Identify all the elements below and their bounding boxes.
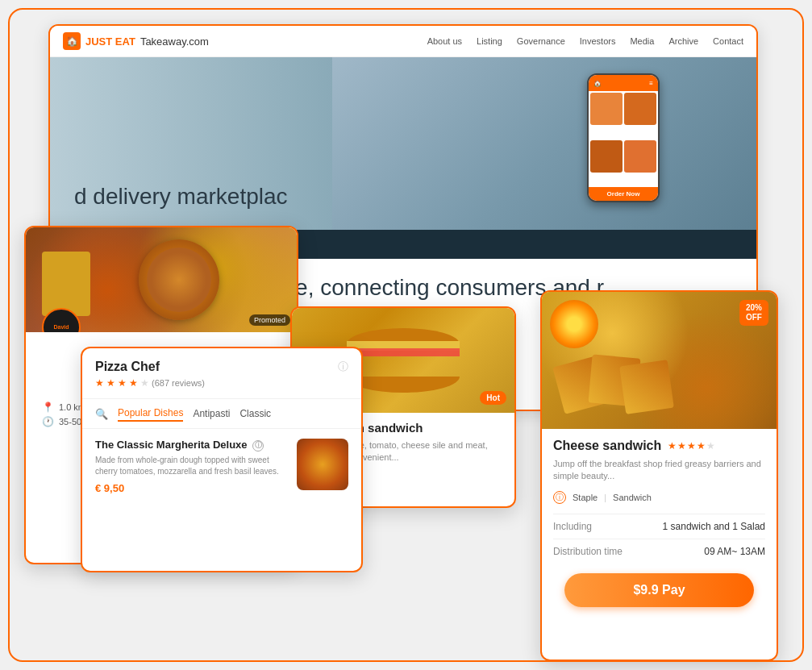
- pay-button[interactable]: $9.9 Pay: [564, 573, 754, 607]
- pizza-chef-header: Pizza Chef ⓘ ★ ★ ★ ★ ★ (687 reviews): [82, 348, 361, 399]
- hot-badge: Hot: [480, 391, 506, 405]
- discount-percent: 20%: [746, 303, 762, 313]
- orange-slice: [550, 300, 598, 348]
- phone-top-bar: 🏠 ≡: [589, 75, 658, 91]
- cheese-stars: ★ ★ ★ ★ ★: [668, 440, 715, 452]
- chef-star-2: ★: [106, 377, 115, 389]
- detail-row-including: Including 1 sandwich and 1 Salad: [553, 514, 765, 539]
- pizza-chef-name: Pizza Chef: [95, 360, 160, 374]
- nav-media[interactable]: Media: [630, 36, 654, 46]
- phone-order-button[interactable]: Order Now: [589, 187, 658, 201]
- nav-about[interactable]: About us: [427, 36, 462, 46]
- tab-popular[interactable]: Popular Dishes: [118, 406, 183, 422]
- cheese-star-3: ★: [687, 440, 696, 452]
- reviews-count: (687 reviews): [152, 378, 205, 388]
- nav-governance[interactable]: Governance: [517, 36, 565, 46]
- discount-badge: 20% OFF: [739, 300, 768, 326]
- tab-classic[interactable]: Classic: [239, 406, 271, 421]
- hero-tagline: d delivery marketplac: [74, 183, 288, 210]
- cheese-info: Cheese sandwich ★ ★ ★ ★ ★ Jump off the b…: [542, 429, 777, 626]
- cheese-star-4: ★: [697, 440, 706, 452]
- cheese-name: Cheese sandwich: [553, 439, 661, 453]
- tag-divider: |: [604, 493, 606, 502]
- menu-item-name: The Classic Margherita Deluxe ⓘ: [95, 439, 287, 452]
- card-cheese-sandwich: 20% OFF Cheese sandwich ★ ★ ★ ★ ★ Jump o…: [540, 290, 778, 661]
- distribution-label: Distribution time: [553, 546, 623, 557]
- cheese-star-1: ★: [668, 440, 677, 452]
- phone-food-item-3: [590, 140, 623, 173]
- pizza-chef-stars: ★ ★ ★ ★ ★ (687 reviews): [95, 377, 348, 389]
- filling-2: [347, 348, 460, 356]
- nav-listing[interactable]: Listing: [477, 36, 502, 46]
- pizza-circle: [139, 239, 219, 320]
- restaurant-hero: Promoted David: [26, 227, 297, 332]
- pizza-chef-title-row: Pizza Chef ⓘ: [95, 360, 348, 374]
- browser-header: 🏠 JUST EAT Takeaway.com About us Listing…: [50, 26, 756, 57]
- menu-item-info: The Classic Margherita Deluxe ⓘ Made fro…: [95, 439, 287, 494]
- tab-antipasti[interactable]: Antipasti: [193, 406, 230, 421]
- bread-bottom: [347, 377, 460, 393]
- phone-food-grid: [589, 91, 658, 187]
- cheese-sandwich-visual: [558, 356, 671, 421]
- cheese-image: 20% OFF: [542, 292, 777, 429]
- chef-star-3: ★: [118, 377, 127, 389]
- tag-staple: Staple: [573, 493, 598, 502]
- cheese-star-2: ★: [677, 440, 686, 452]
- cheese-star-5: ★: [706, 440, 715, 452]
- menu-item-row: The Classic Margherita Deluxe ⓘ Made fro…: [82, 429, 361, 504]
- menu-info-icon: ⓘ: [252, 440, 264, 452]
- brand-logo: 🏠 JUST EAT Takeaway.com: [63, 32, 209, 50]
- chef-star-4: ★: [129, 377, 138, 389]
- distribution-value: 09 AM~ 13AM: [704, 546, 765, 557]
- category-tags: ⓘ Staple | Sandwich: [553, 491, 765, 504]
- including-value: 1 sandwich and 1 Salad: [663, 521, 765, 532]
- nav-archive[interactable]: Archive: [668, 36, 698, 46]
- promoted-badge: Promoted: [249, 314, 290, 326]
- phone-screen: 🏠 ≡ Order Now: [589, 75, 658, 201]
- nav-links: About us Listing Governance Investors Me…: [427, 36, 743, 46]
- card-pizza-chef: Pizza Chef ⓘ ★ ★ ★ ★ ★ (687 reviews) 🔍 P…: [81, 347, 363, 572]
- including-label: Including: [553, 521, 592, 532]
- menu-item-price: € 9,50: [95, 482, 287, 494]
- tag-sandwich: Sandwich: [613, 493, 652, 502]
- fries-shape: [42, 252, 90, 316]
- phone-food-item-1: [590, 93, 623, 125]
- brand-name: JUST EAT: [85, 35, 135, 48]
- chef-star-5: ★: [140, 377, 149, 389]
- category-info-icon: ⓘ: [553, 491, 566, 504]
- phone-food-item-4: [624, 140, 656, 173]
- brand-suffix: Takeaway.com: [140, 35, 209, 48]
- clock-icon: 🕐: [42, 416, 54, 427]
- nav-investors[interactable]: Investors: [580, 36, 616, 46]
- location-icon: 📍: [42, 402, 54, 413]
- phone-mockup: 🏠 ≡ Order Now: [587, 73, 660, 202]
- restaurant-logo-text: David: [53, 324, 69, 331]
- nav-contact[interactable]: Contact: [713, 36, 743, 46]
- menu-item-image: [297, 439, 348, 490]
- detail-row-distribution: Distribution time 09 AM~ 13AM: [553, 539, 765, 564]
- menu-item-desc: Made from whole-grain dough topped with …: [95, 455, 287, 477]
- cs-piece-3: [619, 360, 674, 414]
- sandwich-layers: [347, 328, 460, 393]
- discount-off: OFF: [746, 313, 762, 323]
- chef-star-1: ★: [95, 377, 104, 389]
- search-icon: 🔍: [95, 408, 108, 420]
- cheese-title-row: Cheese sandwich ★ ★ ★ ★ ★: [553, 439, 765, 453]
- search-tabs: 🔍 Popular Dishes Antipasti Classic: [82, 399, 361, 429]
- hero-person: [332, 57, 756, 259]
- info-icon: ⓘ: [338, 360, 348, 374]
- cheese-desc: Jump off the breakfast shop fried greasy…: [553, 458, 765, 483]
- brand-icon: 🏠: [63, 32, 81, 50]
- phone-food-item-2: [624, 93, 656, 125]
